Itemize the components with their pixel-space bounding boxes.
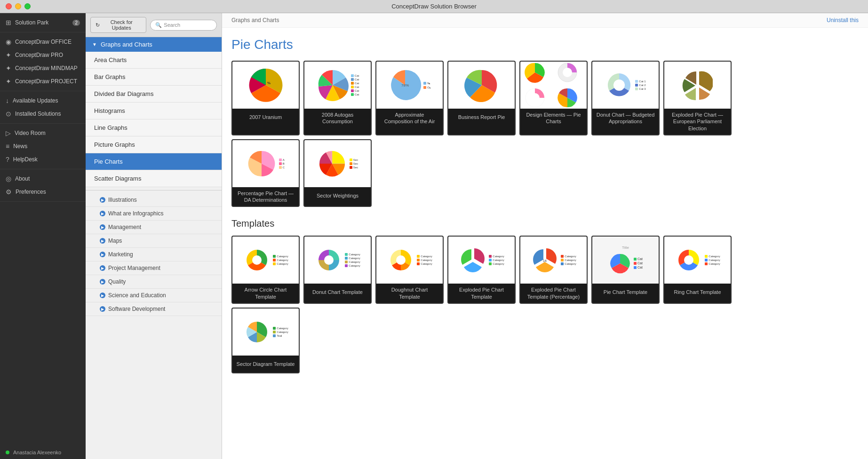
chart-thumb: Category Category Category Category [304, 237, 371, 284]
subnav: ↻ Check for Updates 🔍 Search ▼ Graphs an… [86, 13, 222, 459]
sidebar-label: ConceptDraw OFFICE [15, 39, 72, 45]
subnav-cat-scatter-diagrams[interactable]: Scatter Diagrams [86, 170, 222, 187]
svg-point-11 [324, 255, 334, 265]
arrow-bullet-icon: ▶ [100, 279, 105, 285]
subnav-cat-histograms[interactable]: Histograms [86, 103, 222, 119]
sidebar-label: ConceptDraw PROJECT [15, 78, 77, 85]
arrow-bullet-icon: ▶ [100, 211, 105, 216]
chart-thumb: Category Category Category [664, 237, 731, 284]
subnav-header: ▼ Graphs and Charts [86, 37, 222, 52]
templates-grid: Category Category Category Arrow Circle … [231, 236, 859, 304]
subnav-sub-quality[interactable]: ▶ Quality [86, 275, 222, 289]
about-icon: ◎ [6, 175, 11, 182]
subnav-sub-project-management[interactable]: ▶ Project Management [86, 261, 222, 275]
template-card-exploded-pie[interactable]: Category Category Category Exploded Pie … [447, 236, 516, 304]
subnav-cat-picture-graphs[interactable]: Picture Graphs [86, 136, 222, 153]
charts-grid-row2: A B C Percentage Pie Chart — DA Determin… [231, 139, 859, 207]
chart-card-air-composition[interactable]: 78% N₂ O₂ Approximate Composition of the… [375, 61, 444, 135]
chart-thumb: Category Category Teal [232, 309, 299, 356]
subnav-sub-marketing[interactable]: ▶ Marketing [86, 248, 222, 261]
project-icon: ✦ [6, 78, 11, 85]
chart-card-business-report[interactable]: Business Report Pie [447, 61, 516, 135]
subnav-toolbar: ↻ Check for Updates 🔍 Search [86, 13, 222, 37]
template-card-exploded-pie-pct[interactable]: 14 Category Category Category Exploded P… [519, 236, 588, 304]
subnav-cat-line-graphs[interactable]: Line Graphs [86, 119, 222, 136]
sidebar-item-available-updates[interactable]: ↓ Available Updates [0, 94, 86, 107]
chart-label: Business Report Pie [448, 109, 515, 126]
chart-label: Percentage Pie Chart — DA Determinations [232, 187, 299, 206]
minimize-button[interactable] [15, 3, 21, 9]
chart-label: Pie Chart Template [592, 284, 659, 301]
sidebar-label: About [15, 175, 30, 182]
check-updates-button[interactable]: ↻ Check for Updates [90, 17, 146, 33]
play-icon: ▷ [6, 129, 11, 137]
template-card-sector-diagram[interactable]: Category Category Teal Sector Diagram Te… [231, 308, 300, 373]
installed-icon: ⊙ [6, 110, 11, 118]
svg-text:78%: 78% [401, 83, 409, 87]
subnav-cat-pie-charts[interactable]: Pie Charts [86, 153, 222, 170]
chart-card-sector-weightings[interactable]: Sec Sec Sec Sector Weightings [303, 139, 372, 207]
sidebar-item-news[interactable]: ≡ News [0, 140, 86, 153]
subnav-sub-management[interactable]: ▶ Management [86, 221, 222, 234]
template-card-arrow-circle[interactable]: Category Category Category Arrow Circle … [231, 236, 300, 304]
arrow-bullet-icon: ▶ [100, 265, 105, 271]
grid-icon: ⊞ [6, 19, 11, 26]
subnav-cat-area-charts[interactable]: Area Charts [86, 52, 222, 69]
maximize-button[interactable] [24, 3, 31, 9]
check-updates-label: Check for Updates [102, 19, 141, 31]
template-card-donut[interactable]: Category Category Category Category Donu… [303, 236, 372, 304]
chart-thumb: Category Category Category [376, 237, 443, 284]
chart-label: Ring Chart Template [664, 284, 731, 301]
sidebar-item-pro[interactable]: ✦ ConceptDraw PRO [0, 48, 86, 62]
subnav-sub-software-development[interactable]: ▶ Software Development [86, 302, 222, 316]
news-icon: ≡ [6, 142, 9, 150]
arrow-bullet-icon: ▶ [100, 197, 105, 203]
templates-section-title: Templates [231, 218, 859, 229]
subnav-sub-maps[interactable]: ▶ Maps [86, 234, 222, 248]
chart-card-exploded-pie-election[interactable]: Exploded Pie Chart — European Parliament… [663, 61, 732, 135]
breadcrumb: Graphs and Charts [231, 17, 279, 24]
template-card-ring[interactable]: Category Category Category Ring Chart Te… [663, 236, 732, 304]
chart-thumb: Sec Sec Sec [304, 140, 371, 187]
traffic-lights [6, 3, 31, 9]
subnav-items: Area Charts Bar Graphs Divided Bar Diagr… [86, 52, 222, 459]
template-card-pie[interactable]: Title Cat Cat [591, 236, 660, 304]
chart-card-donut-budgeted[interactable]: Cat 1 Cat 2 Cat 3 Donut Chart — Budgeted… [591, 61, 660, 135]
sidebar-item-solution-park[interactable]: ⊞ Solution Park 2 [0, 16, 86, 29]
sidebar-item-video-room[interactable]: ▷ Video Room [0, 127, 86, 140]
sidebar: ⊞ Solution Park 2 ◉ ConceptDraw OFFICE ✦… [0, 13, 86, 459]
chart-card-uranium-2007[interactable]: % 2007 Uranium [231, 61, 300, 135]
close-button[interactable] [6, 3, 12, 9]
chart-label: Sector Weightings [304, 187, 371, 204]
sidebar-item-installed-solutions[interactable]: ⊙ Installed Solutions [0, 107, 86, 120]
sidebar-item-project[interactable]: ✦ ConceptDraw PROJECT [0, 75, 86, 88]
username: Anastacia Alexeenko [13, 450, 61, 455]
subnav-sub-illustrations[interactable]: ▶ Illustrations [86, 193, 222, 207]
sidebar-item-office[interactable]: ◉ ConceptDraw OFFICE [0, 35, 86, 48]
subnav-cat-bar-graphs[interactable]: Bar Graphs [86, 69, 222, 86]
gear-icon: ⚙ [6, 188, 12, 196]
search-box[interactable]: 🔍 Search [150, 20, 217, 31]
chart-card-autogas-2008[interactable]: Cat Cat Cat Cat Cat Cat 2008 Autogas Con… [303, 61, 372, 135]
window-title: ConceptDraw Solution Browser [391, 3, 477, 10]
chart-card-design-elements[interactable]: Design Elements — Pie Charts [519, 61, 588, 135]
search-placeholder: Search [164, 22, 180, 28]
section-title: Pie Charts [231, 37, 859, 52]
chart-card-percentage-pie[interactable]: A B C Percentage Pie Chart — DA Determin… [231, 139, 300, 207]
sidebar-item-mindmap[interactable]: ✦ ConceptDraw MINDMAP [0, 62, 86, 75]
subnav-cat-divided-bar-diagrams[interactable]: Divided Bar Diagrams [86, 86, 222, 103]
sidebar-item-preferences[interactable]: ⚙ Preferences [0, 185, 86, 198]
chart-thumb [520, 62, 587, 109]
sidebar-item-about[interactable]: ◎ About [0, 172, 86, 185]
arrow-bullet-icon: ▶ [100, 252, 105, 257]
user-info: Anastacia Alexeenko [0, 446, 86, 459]
chart-label: Donut Chart Template [304, 284, 371, 301]
template-card-doughnut[interactable]: Category Category Category Doughnut Char… [375, 236, 444, 304]
sidebar-label: Available Updates [13, 97, 58, 104]
subnav-sub-science-education[interactable]: ▶ Science and Education [86, 289, 222, 302]
sidebar-item-helpdesk[interactable]: ? HelpDesk [0, 153, 86, 166]
help-icon: ? [6, 156, 9, 163]
chart-thumb: A B C [232, 140, 299, 187]
subnav-sub-infographics[interactable]: ▶ What are Infographics [86, 207, 222, 221]
uninstall-link[interactable]: Uninstall this [827, 17, 859, 24]
